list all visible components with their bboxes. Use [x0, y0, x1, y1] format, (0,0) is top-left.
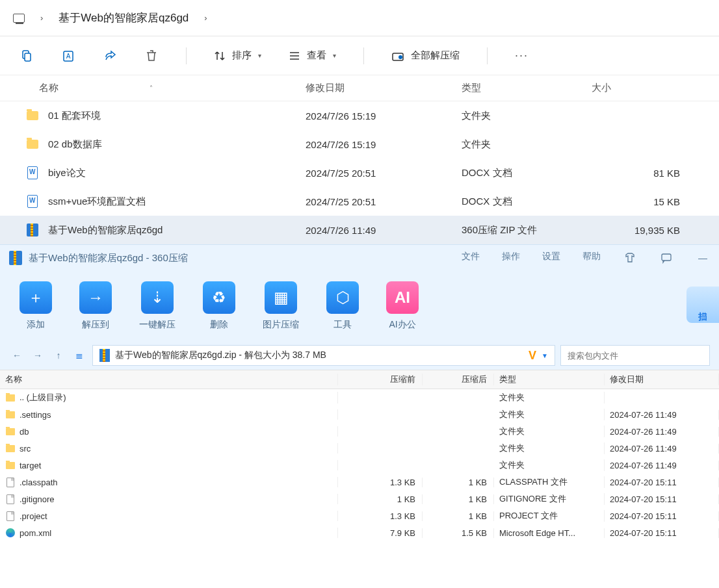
breadcrumb-folder[interactable]: 基于Web的智能家居qz6gd: [59, 10, 189, 25]
zf-name: .gitignore: [20, 494, 54, 504]
file-icon: [7, 478, 14, 487]
zf-name: target: [20, 461, 41, 470]
file-icon: [7, 511, 14, 521]
sort-asc-icon: ˄: [150, 84, 153, 92]
zcol-post[interactable]: 压缩后: [423, 374, 494, 385]
file-size: 19,935 KB: [592, 225, 719, 236]
zf-date: 2024-07-20 15:11: [605, 528, 719, 538]
dropdown-icon[interactable]: ▼: [542, 352, 548, 359]
tool-toolbox[interactable]: ⬡工具: [326, 281, 359, 331]
file-name: biye论文: [48, 167, 86, 179]
zip-file-row[interactable]: src文件夹2024-07-26 11:49: [0, 440, 719, 457]
paste-icon[interactable]: A: [61, 49, 75, 63]
file-date: 2024/7/26 15:19: [306, 139, 462, 150]
zip-icon: [27, 224, 38, 236]
v-mark-icon: V: [529, 349, 536, 363]
zf-date: 2024-07-20 15:11: [605, 511, 719, 521]
file-row[interactable]: biye论文2024/7/25 20:51DOCX 文档81 KB: [0, 159, 719, 187]
file-row[interactable]: 01 配套环境2024/7/26 15:19文件夹: [0, 101, 719, 130]
col-type[interactable]: 类型: [462, 82, 592, 94]
zip-file-row[interactable]: .gitignore1 KB1 KBGITIGNORE 文件2024-07-20…: [0, 491, 719, 507]
file-size: 81 KB: [592, 168, 719, 179]
chevron-right-icon[interactable]: ›: [189, 13, 222, 23]
sort-button[interactable]: 排序▾: [214, 49, 261, 62]
file-type: 文件夹: [462, 110, 592, 122]
zf-name: src: [20, 444, 31, 454]
svg-point-5: [399, 55, 402, 59]
zip-path[interactable]: 基于Web的智能家居qz6gd.zip - 解包大小为 38.7 MB V ▼: [92, 345, 555, 366]
svg-text:A: A: [66, 53, 71, 60]
delete-icon[interactable]: [144, 49, 159, 63]
chevron-right-icon[interactable]: ›: [25, 13, 59, 23]
file-row[interactable]: 基于Web的智能家居qz6gd2024/7/26 11:49360压缩 ZIP …: [0, 216, 719, 244]
copy-icon[interactable]: [20, 49, 34, 63]
zf-type: 文件夹: [494, 426, 605, 437]
zip-file-row[interactable]: target文件夹2024-07-26 11:49: [0, 457, 719, 474]
file-date: 2024/7/25 20:51: [306, 196, 462, 207]
zip-icon: [9, 251, 22, 265]
tool-image-compress[interactable]: ▦图片压缩: [263, 281, 299, 331]
zf-pre: 1.3 KB: [338, 478, 423, 487]
zcol-name[interactable]: 名称: [0, 374, 338, 385]
folder-icon: [6, 445, 15, 452]
nav-list-icon[interactable]: ≣: [72, 348, 87, 363]
svg-rect-6: [662, 254, 671, 261]
extract-all-button[interactable]: 全部解压缩: [391, 49, 460, 62]
nav-fwd-icon[interactable]: →: [30, 348, 46, 363]
zcol-date[interactable]: 修改日期: [605, 374, 719, 385]
explorer-header: 名称˄ 修改日期 类型 大小: [0, 75, 719, 101]
zf-pre: 7.9 KB: [338, 528, 423, 538]
search-input[interactable]: [568, 351, 703, 361]
menu-op[interactable]: 操作: [502, 251, 520, 265]
zf-date: 2024-07-26 11:49: [605, 410, 719, 420]
tool-extract[interactable]: →解压到: [79, 281, 112, 331]
zf-type: 文件夹: [494, 442, 605, 454]
file-date: 2024/7/26 15:19: [306, 110, 462, 121]
file-row[interactable]: 02 db数据库2024/7/26 15:19文件夹: [0, 130, 719, 159]
menu-help[interactable]: 帮助: [582, 251, 601, 265]
zip-file-row[interactable]: .classpath1.3 KB1 KBCLASSPATH 文件2024-07-…: [0, 474, 719, 491]
zf-name: .settings: [20, 410, 51, 420]
breadcrumb-bar: › 基于Web的智能家居qz6gd ›: [0, 0, 719, 36]
minimize-icon[interactable]: —: [696, 251, 710, 265]
zip-file-row[interactable]: pom.xml7.9 KB1.5 KBMicrosoft Edge HT...2…: [0, 524, 719, 541]
tool-one-click[interactable]: ⇣一键解压: [139, 281, 176, 331]
doc-icon: [27, 166, 38, 179]
zcol-type[interactable]: 类型: [494, 374, 605, 385]
zf-date: 2024-07-26 11:49: [605, 427, 719, 437]
zip-file-row[interactable]: db文件夹2024-07-26 11:49: [0, 423, 719, 440]
tool-delete[interactable]: ♻删除: [203, 281, 235, 331]
folder-icon: [6, 411, 15, 418]
zip-nav: ← → ↑ ≣ 基于Web的智能家居qz6gd.zip - 解包大小为 38.7…: [0, 341, 719, 370]
zf-name: .classpath: [20, 478, 58, 487]
tool-ai[interactable]: AIAI办公: [386, 281, 419, 331]
edge-icon: [6, 528, 15, 537]
zip-search[interactable]: [560, 345, 710, 366]
nav-back-icon[interactable]: ←: [9, 348, 25, 363]
more-icon[interactable]: ···: [515, 49, 529, 62]
zf-post: 1.5 KB: [423, 528, 494, 538]
col-name[interactable]: 名称: [39, 82, 59, 94]
col-date[interactable]: 修改日期: [306, 82, 462, 94]
nav-up-icon[interactable]: ↑: [51, 348, 66, 363]
computer-icon[interactable]: [13, 14, 25, 23]
zf-type: PROJECT 文件: [494, 510, 605, 522]
zip-file-row[interactable]: .settings文件夹2024-07-26 11:49: [0, 406, 719, 423]
menu-set[interactable]: 设置: [542, 251, 560, 265]
zip-file-row[interactable]: .project1.3 KB1 KBPROJECT 文件2024-07-20 1…: [0, 507, 719, 524]
view-button[interactable]: 查看▾: [289, 49, 336, 62]
skin-icon[interactable]: [623, 251, 637, 265]
feedback-icon[interactable]: [659, 251, 673, 265]
menu-file[interactable]: 文件: [462, 251, 480, 265]
share-icon[interactable]: [103, 49, 117, 63]
zcol-pre[interactable]: 压缩前: [338, 374, 423, 385]
zf-name: .project: [20, 511, 47, 521]
col-size[interactable]: 大小: [592, 82, 719, 94]
file-row[interactable]: ssm+vue环境配置文档2024/7/25 20:51DOCX 文档15 KB: [0, 187, 719, 216]
tool-add[interactable]: ＋添加: [20, 281, 52, 331]
scan-badge[interactable]: 扫描: [686, 287, 719, 323]
file-name: 02 db数据库: [48, 138, 102, 151]
zf-date: 2024-07-26 11:49: [605, 461, 719, 470]
zf-type: CLASSPATH 文件: [494, 476, 605, 488]
zip-file-row[interactable]: .. (上级目录)文件夹: [0, 389, 719, 406]
